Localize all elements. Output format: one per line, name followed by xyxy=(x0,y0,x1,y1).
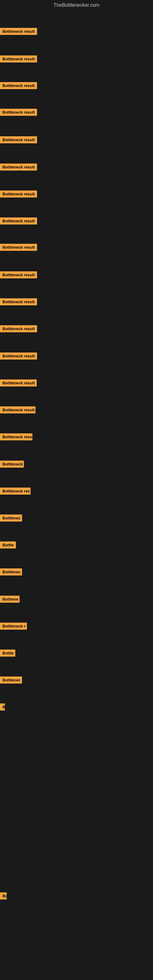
list-item[interactable]: Bottleneck result xyxy=(0,353,37,361)
bottleneck-badge: Bottleneck result xyxy=(0,379,37,387)
list-item[interactable]: Bo xyxy=(0,892,7,901)
bottleneck-badge: Bottleneck xyxy=(0,461,24,468)
bottleneck-badge: Bottle xyxy=(0,541,16,549)
bottleneck-badge: Bottlene xyxy=(0,596,19,603)
bottleneck-badge: B xyxy=(0,703,5,711)
bottleneck-badge: Bottleneck res xyxy=(0,488,30,495)
list-item[interactable]: Bottleneck result xyxy=(0,136,37,145)
bottleneck-badge: Bottle xyxy=(0,649,15,657)
list-item[interactable]: Bottleneck result xyxy=(0,271,37,280)
bottleneck-badge: Bottlenec xyxy=(0,676,22,684)
bottleneck-badge: Bottlenec xyxy=(0,514,22,522)
bottleneck-badge: Bottleneck result xyxy=(0,406,35,414)
bottleneck-badge: Bottleneck result xyxy=(0,109,37,116)
list-item[interactable]: Bottleneck result xyxy=(0,379,37,388)
bottleneck-badge: Bottlenec xyxy=(0,568,22,576)
list-item[interactable]: Bottleneck resu xyxy=(0,433,32,442)
list-item[interactable]: Bottleneck result xyxy=(0,218,37,226)
list-item[interactable]: Bottlenec xyxy=(0,514,22,523)
bottleneck-badge: Bottleneck result xyxy=(0,353,37,360)
bottleneck-badge: Bottleneck result xyxy=(0,164,37,170)
list-item[interactable]: Bottleneck result xyxy=(0,325,37,334)
bottleneck-badge: Bottleneck result xyxy=(0,191,37,197)
bottleneck-badge: Bottleneck result xyxy=(0,82,37,89)
list-item[interactable]: Bottleneck result xyxy=(0,28,37,36)
list-item[interactable]: Bottlene xyxy=(0,596,19,604)
bottleneck-badge: Bottleneck r xyxy=(0,623,27,630)
bottleneck-badge: Bo xyxy=(0,892,7,899)
list-item[interactable]: Bottleneck xyxy=(0,461,24,469)
list-item[interactable]: Bottle xyxy=(0,541,16,550)
list-item[interactable]: Bottleneck result xyxy=(0,164,37,172)
bottleneck-badge: Bottleneck result xyxy=(0,325,37,332)
bottleneck-badge: Bottleneck resu xyxy=(0,433,32,441)
list-item[interactable]: Bottleneck result xyxy=(0,244,37,252)
bottleneck-badge: Bottleneck result xyxy=(0,136,37,143)
list-item[interactable]: Bottleneck result xyxy=(0,56,37,64)
list-item[interactable]: Bottlenec xyxy=(0,676,22,685)
site-title: TheBottlenecker.com xyxy=(0,0,153,10)
list-item[interactable]: Bottlenec xyxy=(0,568,22,577)
list-item[interactable]: Bottleneck result xyxy=(0,406,35,415)
bottleneck-badge: Bottleneck result xyxy=(0,218,37,224)
bottleneck-badge: Bottleneck result xyxy=(0,271,37,278)
list-item[interactable]: Bottle xyxy=(0,649,15,658)
list-item[interactable]: Bottleneck result xyxy=(0,298,37,307)
list-item[interactable]: Bottleneck res xyxy=(0,488,30,496)
list-item[interactable]: Bottleneck result xyxy=(0,82,37,90)
site-title-text: TheBottlenecker.com xyxy=(54,2,99,8)
list-item[interactable]: Bottleneck r xyxy=(0,623,27,631)
bottleneck-badge: Bottleneck result xyxy=(0,56,37,62)
list-item[interactable]: Bottleneck result xyxy=(0,191,37,199)
list-item[interactable]: B xyxy=(0,703,5,712)
bottleneck-badge: Bottleneck result xyxy=(0,298,37,305)
list-item[interactable]: Bottleneck result xyxy=(0,109,37,117)
bottleneck-badge: Bottleneck result xyxy=(0,28,37,35)
bottleneck-badge: Bottleneck result xyxy=(0,244,37,251)
